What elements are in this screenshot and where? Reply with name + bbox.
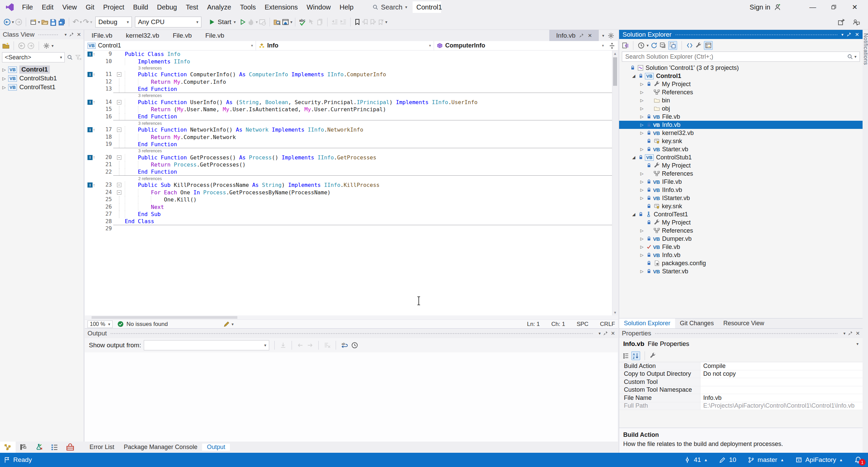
categorized-button[interactable] [623,352,629,359]
code-line-12[interactable]: 12Return My.Computer.Info [85,78,618,86]
menu-file[interactable]: File [18,2,37,13]
background-tasks-indicator[interactable]: Ready [3,456,32,464]
property-value[interactable]: E:\Projects\ApiFactory\Control\Control1\… [701,402,863,410]
search-control[interactable]: Search ▾ [372,3,407,11]
refresh-button[interactable] [651,42,657,49]
solution-item-references[interactable]: ▷References [619,88,863,96]
code-line-24[interactable]: 24−For Each One In Process.GetProcessesB… [85,189,618,196]
code-line-11[interactable]: I↑11−Public Function ComputerInfo() As C… [85,71,618,78]
toggle-bookmark-button[interactable] [354,19,361,25]
preview-selected-items-button[interactable] [704,41,713,50]
solution-item-bin[interactable]: ▷bin [619,96,863,104]
property-value[interactable]: Info.vb [701,394,863,402]
breadcrumb-type[interactable]: Info ▾ [256,41,434,50]
pin-icon[interactable] [603,331,608,336]
fold-collapse-icon[interactable]: − [117,128,121,132]
close-icon[interactable]: ✕ [611,330,615,336]
sidebar-tab-git-changes[interactable]: Git Changes [675,318,718,328]
pin-icon[interactable] [69,32,74,37]
menu-analyze[interactable]: Analyze [203,2,236,13]
chevron-down-icon[interactable]: ▾ [647,43,649,47]
output-content[interactable] [85,352,618,442]
chevron-down-icon[interactable]: ▾ [12,20,14,24]
code-line-23[interactable]: I↑23−Public Sub KillProcess(ProcessName … [85,181,618,189]
solution-item-controlstub1[interactable]: ◢VBControlStub1 [619,153,863,161]
close-icon[interactable]: ✕ [588,33,592,39]
test-explorer-tab[interactable] [31,442,47,453]
codelens-references[interactable]: 3 references [85,93,618,99]
window-position-button[interactable]: ▾ [843,331,845,335]
solution-item-starter.vb[interactable]: ▷VBStarter.vb [619,267,863,275]
chevron-collapsed-icon[interactable]: ▷ [638,171,646,176]
redo-button[interactable]: ↷ [83,18,89,26]
minimize-button[interactable]: — [802,0,823,14]
toolbar-overflow-button[interactable]: ▾ [385,20,387,24]
navigate-forward-button[interactable] [15,18,22,26]
solution-item-info.vb[interactable]: ▷VBInfo.vb [619,251,863,259]
output-title-bar[interactable]: Output ▾ ✕ [85,329,618,338]
menu-build[interactable]: Build [129,2,153,13]
solution-item-key.snk[interactable]: key.snk [619,202,863,210]
performance-profiler-button[interactable] [259,18,266,26]
scrollbar-thumb[interactable] [613,57,617,86]
code-line-27[interactable]: 27End Sub [85,211,618,218]
code-fix-button[interactable]: ▾ [223,321,234,327]
document-tab-file.vb[interactable]: File.vb [198,30,231,41]
bottom-tab-output[interactable]: Output [202,444,230,451]
task-list-tab[interactable] [47,442,62,453]
code-line-16[interactable]: 16End Function [85,113,618,121]
close-icon[interactable]: ✕ [855,32,859,38]
chevron-collapsed-icon[interactable]: ▷ [638,131,646,135]
cv-settings-button[interactable] [43,42,50,49]
property-value[interactable]: Compile [701,362,863,370]
menu-window[interactable]: Window [302,2,335,13]
sign-in[interactable]: Sign in [750,3,781,11]
new-folder-button[interactable] [2,42,9,50]
solution-item-ifile.vb[interactable]: ▷VBIFile.vb [619,178,863,186]
menu-edit[interactable]: Edit [37,2,58,13]
code-line-10[interactable]: 10Implements IInfo [85,58,618,65]
pin-icon[interactable] [846,32,852,37]
spell-check-button[interactable]: abc [299,18,307,26]
solution-item-key.snk[interactable]: key.snk [619,137,863,145]
property-row-copy-to-output-directory[interactable]: Copy to Output DirectoryDo not copy [619,370,863,378]
decrease-indent-button[interactable] [331,18,338,26]
property-value[interactable] [701,378,863,386]
class-view-tab[interactable] [0,442,16,453]
code-line-25[interactable]: 25One.Kill() [85,196,618,203]
previous-bookmark-button[interactable] [362,19,369,25]
code-line-26[interactable]: 26Next [85,203,618,211]
document-tab-info.vb[interactable]: Info.vb✕ [549,30,599,41]
split-editor-icon[interactable] [609,43,615,49]
previous-message-button[interactable] [297,342,304,349]
property-pages-button[interactable] [649,352,656,359]
chevron-collapsed-icon[interactable]: ▷ [638,188,646,192]
bottom-tab-package-manager-console[interactable]: Package Manager Console [119,444,202,451]
goto-definition-button[interactable] [308,18,315,26]
solution-item-my-project[interactable]: My Project [619,161,863,170]
code-line-14[interactable]: I↑14−Public Function UserInfo() As (Stri… [85,99,618,106]
properties-object-selector[interactable]: Info.vb File Properties ▾ [619,338,863,350]
alphabetical-button[interactable]: AZ [631,351,640,360]
code-line-15[interactable]: 15Return (My.User.Name, My.User.IsAuthen… [85,106,618,113]
next-message-button[interactable] [307,342,313,349]
code-line-20[interactable]: I↑20−Public Function GetProcesses() As P… [85,154,618,161]
output-source-combo[interactable]: ▾ [144,340,269,350]
solution-item-solution-control1-3-of-3-projects-[interactable]: Solution 'Control1' (3 of 3 projects) [619,64,863,72]
solution-explorer-title-bar[interactable]: Solution Explorer ▾ ✕ [619,30,863,39]
property-value[interactable] [701,386,863,394]
feedback-button[interactable] [852,18,860,26]
copy-lines-button[interactable] [316,18,324,26]
class-view-item-controltest1[interactable]: ▷VBControlTest1 [0,83,84,92]
property-row-custom-tool[interactable]: Custom Tool [619,378,863,386]
properties-title-bar[interactable]: Properties ▾ ✕ [619,329,863,338]
property-row-file-name[interactable]: File NameInfo.vb [619,394,863,402]
property-row-build-action[interactable]: Build ActionCompile [619,362,863,370]
chevron-collapsed-icon[interactable]: ▷ [638,106,646,111]
menu-tools[interactable]: Tools [236,2,260,13]
solution-item-references[interactable]: ▷References [619,227,863,235]
code-line-17[interactable]: I↑17−Public Function NetworkInfo() As Ne… [85,126,618,134]
menu-git[interactable]: Git [81,2,99,13]
chevron-collapsed-icon[interactable]: ▷ [638,122,646,127]
sync-with-active-document-button[interactable] [686,42,693,49]
